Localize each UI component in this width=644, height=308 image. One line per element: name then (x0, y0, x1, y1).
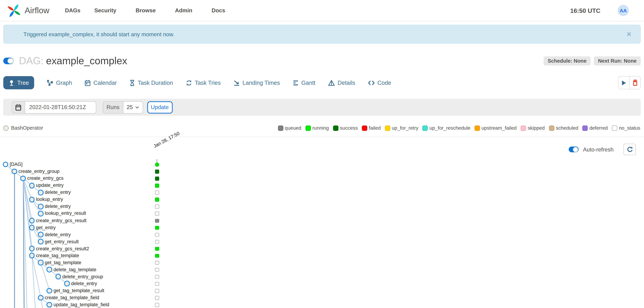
base-date-input[interactable] (24, 101, 96, 113)
task-node-circle[interactable] (20, 176, 26, 181)
task-node-circle[interactable] (29, 253, 35, 258)
nav-item-label: Security (94, 8, 116, 14)
task-node-circle[interactable] (46, 302, 52, 307)
nav-item-browse[interactable]: Browse (136, 8, 161, 14)
tree-row-delete-entry: delete_entry (0, 280, 173, 287)
airflow-brand[interactable]: Airflow (6, 3, 50, 18)
graph-icon (47, 80, 53, 86)
tab-task-tries[interactable]: Task Tries (186, 80, 221, 86)
operator-legend-bashoperator: BashOperator (3, 125, 43, 131)
task-status-none[interactable] (155, 275, 159, 279)
task-status-running[interactable] (155, 247, 159, 251)
num-runs-group: Runs 25 (103, 101, 143, 113)
tab-graph[interactable]: Graph (47, 80, 72, 86)
task-label: update_tag_template_field (54, 302, 109, 307)
task-status-running[interactable] (155, 198, 159, 202)
task-node-circle[interactable] (3, 162, 8, 167)
task-label: get_entry (36, 225, 56, 230)
task-node-circle[interactable] (29, 197, 35, 202)
task-status-none[interactable] (155, 303, 159, 307)
clock-dropdown[interactable]: 16:50 UTC (570, 7, 607, 14)
status-swatch (612, 125, 617, 131)
nav-item-label: Browse (136, 8, 156, 14)
status-legend-scheduled: scheduled (549, 125, 578, 131)
task-node-circle[interactable] (29, 246, 35, 251)
task-status-none[interactable] (155, 289, 159, 293)
task-status-none[interactable] (155, 212, 159, 216)
tab-label: Landing Times (242, 80, 280, 86)
delete-dag-button[interactable] (629, 76, 641, 89)
runs-filter-bar: Runs 25 Update (3, 99, 641, 116)
task-status-success[interactable] (155, 177, 159, 180)
task-status-none[interactable] (155, 261, 159, 265)
task-status-running[interactable] (155, 163, 159, 167)
task-status-queued[interactable] (155, 219, 159, 223)
dag-pause-toggle[interactable] (3, 58, 14, 64)
task-label: get_tag_template (45, 260, 81, 265)
num-runs-value: 25 (127, 104, 133, 110)
tab-details[interactable]: Details (328, 80, 355, 86)
task-node-circle[interactable] (38, 260, 44, 265)
task-status-none[interactable] (155, 191, 159, 195)
task-node-circle[interactable] (38, 232, 44, 237)
calendar-icon (15, 104, 22, 111)
task-node-circle[interactable] (38, 295, 44, 300)
trigger-dag-button[interactable] (618, 76, 629, 89)
avatar: AA (618, 5, 629, 16)
task-node-circle[interactable] (12, 169, 17, 174)
nav-item-admin[interactable]: Admin (175, 8, 198, 14)
tab-label: Task Tries (195, 80, 220, 86)
task-status-none[interactable] (155, 233, 159, 237)
tree-row-create-entry-gcs-result: create_entry_gcs_result (0, 217, 173, 224)
task-node-circle[interactable] (46, 288, 52, 293)
hourglass-icon (130, 80, 135, 86)
task-node-circle[interactable] (29, 183, 35, 188)
alert-message: Triggered example_complex, it should sta… (4, 31, 174, 37)
nav-item-dags[interactable]: DAGs (65, 8, 80, 14)
task-status-running[interactable] (155, 226, 159, 229)
task-status-success[interactable] (155, 170, 159, 173)
status-swatch (474, 125, 480, 131)
num-runs-select[interactable]: 25 (123, 101, 143, 113)
task-node-circle[interactable] (38, 239, 44, 244)
task-status-none[interactable] (155, 296, 159, 300)
navbar: Airflow DAGsSecurityBrowseAdminDocs 16:5… (0, 0, 644, 22)
task-status-running[interactable] (155, 184, 159, 187)
tab-label: Task Duration (138, 80, 173, 86)
tab-landing-times[interactable]: Landing Times (234, 80, 280, 86)
dag-header: DAG:example_complex Schedule: None Next … (3, 54, 641, 68)
status-swatch (422, 125, 428, 131)
task-status-running[interactable] (155, 254, 159, 258)
task-node-circle[interactable] (29, 225, 35, 230)
status-legend-success: success (333, 125, 358, 131)
task-node-circle[interactable] (38, 190, 44, 195)
task-node-circle[interactable] (46, 267, 52, 272)
task-status-none[interactable] (155, 205, 159, 209)
nav-item-docs[interactable]: Docs (212, 8, 230, 14)
task-node-circle[interactable] (29, 218, 35, 223)
task-status-none[interactable] (155, 268, 159, 272)
view-tabs: TreeGraphCalendarTask DurationTask Tries… (3, 76, 391, 89)
task-node-circle[interactable] (38, 204, 44, 209)
tab-tree[interactable]: Tree (3, 76, 34, 89)
task-node-circle[interactable] (64, 281, 70, 286)
tree-row-lookup-entry-result: lookup_entry_result (0, 210, 173, 217)
update-button[interactable]: Update (147, 101, 172, 113)
task-status-none[interactable] (155, 240, 159, 244)
tab-task-duration[interactable]: Task Duration (130, 80, 173, 86)
close-icon[interactable]: × (626, 30, 631, 38)
tab-gantt[interactable]: Gantt (293, 80, 315, 86)
status-swatch (362, 125, 367, 131)
nav-item-security[interactable]: Security (94, 8, 122, 14)
tree-row-delete-entry: delete_entry (0, 189, 173, 196)
brand-text: Airflow (24, 6, 49, 15)
task-status-none[interactable] (155, 282, 159, 286)
tab-calendar[interactable]: Calendar (85, 80, 117, 86)
bashoperator-swatch (3, 125, 8, 131)
status-swatch (582, 125, 588, 131)
task-node-circle[interactable] (55, 274, 61, 279)
user-menu[interactable]: AA (618, 5, 636, 16)
tab-code[interactable]: Code (368, 80, 391, 86)
task-node-circle[interactable] (38, 211, 44, 216)
status-label: running (312, 125, 329, 131)
